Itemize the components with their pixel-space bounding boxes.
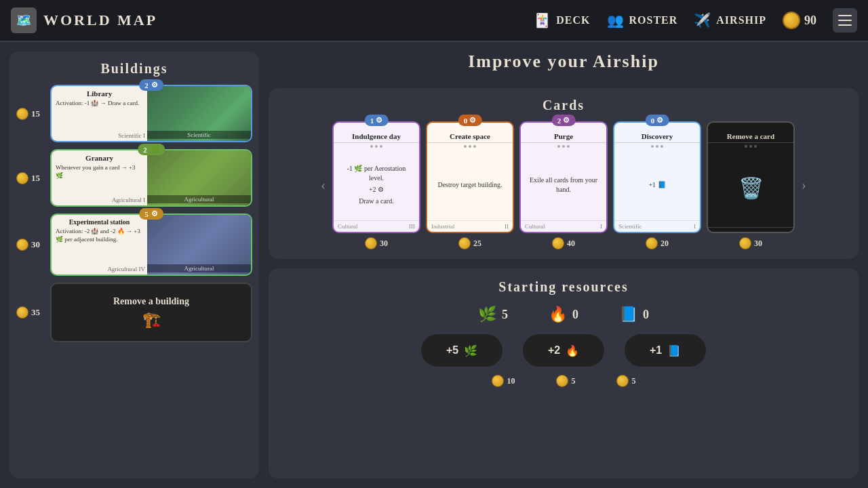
remove-card-inner: Remove a card 🗑️ — [707, 121, 795, 233]
remove-card-body: 🗑️ — [708, 150, 793, 227]
card-indulgence-day: 1 ⚙ Indulgence day -1 🌿 per Aerostation … — [332, 121, 420, 249]
library-image-label: Scientific — [147, 131, 251, 139]
resource-leaf: 🌿 5 — [478, 306, 508, 323]
menu-line-1 — [838, 15, 852, 16]
app-title: World Map — [43, 12, 157, 29]
buildings-title: Buildings — [16, 61, 252, 77]
resource-book: 📘 0 — [619, 306, 649, 323]
library-info: Library Activation: -1 🏰 → Draw a card. … — [52, 86, 147, 141]
remove-card-icon: 🗑️ — [738, 174, 764, 203]
right-panel: Improve your Airship Cards ‹ 1 ⚙ Indulge… — [269, 52, 859, 479]
purge-divider — [521, 143, 606, 150]
nav-roster[interactable]: 👥 Roster — [607, 12, 678, 28]
leaf-value: 5 — [502, 308, 508, 322]
granary-desc: Whenever you gain a card → +3 🌿 — [56, 164, 143, 180]
purge-cost-badge: 2 ⚙ — [552, 115, 576, 126]
granary-badge: Agricultural I — [112, 197, 145, 203]
create-space-divider — [427, 143, 513, 150]
coin-icon-remove-building — [16, 306, 28, 319]
coin-value: 90 — [804, 14, 816, 28]
add-fire-button[interactable]: +2 🔥 — [523, 334, 604, 367]
library-image: Scientific — [147, 86, 251, 141]
create-space-footer: Industrial II — [427, 220, 513, 232]
library-card-cost: 2 — [144, 81, 149, 89]
nav-deck[interactable]: 🃏 Deck — [534, 12, 590, 28]
nav-airship[interactable]: ✈️ Airship — [694, 12, 766, 28]
granary-cost-value: 15 — [31, 173, 40, 184]
leaf-icon: 🌿 — [478, 306, 496, 323]
library-card-cost-badge: 2 ⚙ — [139, 79, 163, 91]
granary-card-wrapper: 2 🌿 Granary Whenever you gain a card → +… — [50, 149, 252, 207]
logo-icon: 🗺️ — [11, 7, 37, 33]
fire-icon: 🔥 — [549, 306, 567, 323]
granary-image: Agricultural — [147, 150, 251, 205]
purge-body: Exile all cards from your hand. — [521, 150, 606, 220]
leaf-cost-item: 10 — [492, 375, 515, 387]
book-icon: 📘 — [619, 306, 637, 323]
indulgence-day-tier: III — [409, 223, 415, 230]
discovery-cost-icon: ⚙ — [656, 116, 663, 125]
indulgence-day-price: 30 — [380, 239, 388, 249]
page-title: Improve your Airship — [269, 52, 859, 72]
card-create-space: 0 ⚙ Create space Destroy target building… — [426, 121, 514, 249]
indulgence-day-divider — [334, 143, 419, 150]
cards-title: Cards — [275, 98, 852, 113]
card-indulgence-day-card[interactable]: 1 ⚙ Indulgence day -1 🌿 per Aerostation … — [332, 121, 420, 233]
create-space-cost: 0 — [464, 117, 468, 125]
cards-left-arrow[interactable]: ‹ — [319, 178, 327, 193]
deck-icon: 🃏 — [534, 12, 551, 28]
discovery-cost-badge: 0 ⚙ — [646, 115, 669, 126]
cards-row: ‹ 1 ⚙ Indulgence day — [275, 121, 852, 249]
resource-buttons-row: +5 🌿 +2 🔥 +1 📘 — [278, 334, 849, 367]
leaf-cost-coin — [492, 375, 504, 387]
card-purge-card[interactable]: 2 ⚙ Purge Exile all cards from your hand… — [519, 121, 608, 233]
indulgence-day-type: Cultural — [338, 223, 358, 230]
coin-display: 90 — [783, 12, 816, 29]
library-card-cost-icon: ⚙ — [151, 81, 158, 89]
granary-cost: 15 — [16, 172, 45, 184]
remove-card-price-row: 30 — [739, 237, 762, 249]
purge-cost-icon: ⚙ — [563, 116, 570, 125]
discovery-divider — [614, 143, 700, 150]
indulgence-day-price-row: 30 — [365, 237, 388, 249]
indulgence-day-cost-badge: 1 ⚙ — [365, 115, 389, 126]
menu-button[interactable] — [833, 8, 857, 33]
building-row-library: 15 2 ⚙ Library Activation: -1 🏰 → Draw a… — [16, 85, 252, 142]
main-content: Buildings 15 2 ⚙ Library Activation: -1 … — [0, 42, 868, 488]
discovery-cost: 0 — [651, 117, 655, 125]
leaf-cost-value: 10 — [507, 376, 515, 386]
create-space-cost-icon: ⚙ — [469, 116, 476, 125]
library-card[interactable]: Library Activation: -1 🏰 → Draw a card. … — [50, 85, 252, 142]
building-row-granary: 15 2 🌿 Granary Whenever you gain a card … — [16, 149, 252, 207]
card-remove-card-card[interactable]: Remove a card 🗑️ — [707, 121, 795, 233]
add-book-button[interactable]: +1 📘 — [625, 334, 706, 367]
airship-icon: ✈️ — [694, 12, 711, 28]
indulgence-line2: +2 ⚙ — [369, 185, 384, 195]
purge-price-row: 40 — [552, 237, 575, 249]
purge-cost: 2 — [557, 117, 561, 125]
remove-building-card[interactable]: Remove a building 🏗️ — [50, 283, 252, 342]
card-discovery-card[interactable]: 0 ⚙ Discovery +1 📘 Sc — [613, 121, 701, 233]
deck-label: Deck — [556, 14, 590, 26]
discovery-type: Scientific — [618, 223, 642, 230]
card-create-space-card[interactable]: 0 ⚙ Create space Destroy target building… — [426, 121, 514, 233]
remove-building-icon: 🏗️ — [142, 311, 161, 329]
indulgence-line1: -1 🌿 per Aerostation level. — [339, 164, 414, 183]
coin-icon — [783, 12, 800, 29]
add-leaf-button[interactable]: +5 🌿 — [421, 334, 502, 367]
library-cost-value: 15 — [31, 108, 40, 119]
indulgence-day-body: -1 🌿 per Aerostation level. +2 ⚙ Draw a … — [334, 150, 419, 220]
granary-name: Granary — [56, 154, 143, 162]
granary-card[interactable]: Granary Whenever you gain a card → +3 🌿 … — [50, 149, 252, 207]
book-cost-item: 5 — [616, 375, 636, 387]
remove-card-coin — [739, 237, 751, 249]
expstation-image: Agricultural — [147, 215, 251, 274]
expstation-card[interactable]: Experimental station Activation: -2 🏰 an… — [50, 214, 252, 276]
discovery-tier: I — [694, 223, 696, 230]
roster-label: Roster — [629, 14, 678, 26]
granary-info: Granary Whenever you gain a card → +3 🌿 … — [52, 150, 147, 205]
granary-card-cost-icon: 🌿 — [150, 145, 159, 154]
cards-right-arrow[interactable]: › — [800, 178, 808, 193]
card-remove-card: Remove a card 🗑️ — [707, 121, 795, 249]
purge-line1: Exile all cards from your hand. — [526, 176, 601, 195]
